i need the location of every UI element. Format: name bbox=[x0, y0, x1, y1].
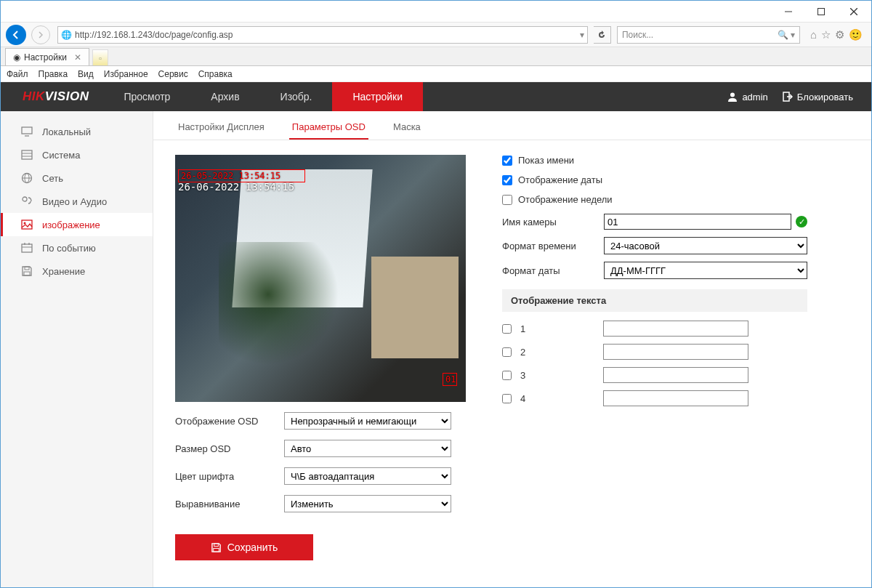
video-preview[interactable]: 26-05-2022 13:54:15 26-06-2022 13:54:15 … bbox=[175, 155, 466, 402]
maximize-button[interactable] bbox=[804, 1, 837, 22]
logo: HIKVISION bbox=[1, 89, 103, 104]
favorites-icon[interactable]: ☆ bbox=[821, 28, 831, 41]
time-format-select[interactable]: 24-часовой bbox=[604, 237, 807, 254]
menu-help[interactable]: Справка bbox=[198, 69, 233, 79]
svg-point-16 bbox=[24, 222, 26, 225]
save-button[interactable]: Сохранить bbox=[175, 534, 313, 560]
text4-checkbox[interactable] bbox=[502, 394, 512, 403]
menu-view[interactable]: Вид bbox=[78, 69, 94, 79]
menu-favorites[interactable]: Избранное bbox=[104, 69, 148, 79]
refresh-button[interactable] bbox=[594, 26, 611, 44]
osd-size-label: Размер OSD bbox=[175, 443, 284, 454]
monitor-icon bbox=[20, 126, 33, 137]
tab-title: Настройки bbox=[24, 52, 67, 63]
svg-rect-17 bbox=[22, 244, 32, 252]
camera-name-input[interactable] bbox=[604, 214, 791, 230]
show-name-label: Показ имени bbox=[518, 155, 574, 166]
text2-checkbox[interactable] bbox=[502, 347, 512, 357]
forward-button[interactable] bbox=[30, 24, 52, 46]
browser-menubar: Файл Правка Вид Избранное Сервис Справка bbox=[1, 66, 871, 82]
main-tab-archive[interactable]: Архив bbox=[190, 82, 259, 111]
minimize-button[interactable] bbox=[772, 1, 804, 22]
sub-tabs: Настройки Дисплея Параметры OSD Маска bbox=[153, 111, 871, 140]
new-tab-button[interactable]: ▫ bbox=[92, 49, 108, 65]
align-select[interactable]: Изменить bbox=[284, 495, 451, 512]
dropdown-icon[interactable]: ▾ bbox=[580, 30, 584, 40]
back-button[interactable] bbox=[5, 24, 27, 46]
sidebar-item-image[interactable]: изображение bbox=[1, 213, 153, 236]
smiley-icon[interactable]: 🙂 bbox=[849, 28, 863, 41]
mic-icon bbox=[20, 196, 33, 207]
svg-point-14 bbox=[23, 197, 27, 201]
close-button[interactable] bbox=[837, 1, 870, 22]
show-week-checkbox[interactable] bbox=[502, 195, 512, 205]
camera-name-label: Имя камеры bbox=[502, 217, 604, 227]
time-format-label: Формат времени bbox=[502, 241, 604, 251]
save-icon bbox=[20, 265, 33, 277]
globe-icon bbox=[20, 172, 33, 184]
browser-navbar: 🌐 http://192.168.1.243/doc/page/config.a… bbox=[1, 23, 871, 47]
main-tab-settings[interactable]: Настройки bbox=[332, 82, 423, 111]
footer-copyright: ©Hikvision Digital Technology Co., Ltd. … bbox=[153, 575, 871, 587]
sidebar-item-local[interactable]: Локальный bbox=[1, 120, 153, 143]
sub-tab-mask[interactable]: Маска bbox=[390, 121, 424, 140]
font-color-select[interactable]: Ч\Б автоадаптация bbox=[284, 467, 451, 485]
osd-size-select[interactable]: Авто bbox=[284, 440, 451, 457]
home-icon[interactable]: ⌂ bbox=[810, 28, 817, 41]
main-tab-image[interactable]: Изобр. bbox=[260, 82, 333, 111]
text3-input[interactable] bbox=[603, 367, 748, 383]
window-titlebar bbox=[1, 1, 871, 23]
globe-icon: 🌐 bbox=[61, 30, 72, 40]
search-bar[interactable]: Поиск... 🔍 ▾ bbox=[617, 26, 800, 44]
sidebar-item-storage[interactable]: Хранение bbox=[1, 259, 153, 283]
user-menu[interactable]: admin bbox=[727, 92, 767, 102]
svg-rect-6 bbox=[22, 127, 32, 134]
show-date-checkbox[interactable] bbox=[502, 175, 512, 185]
sidebar-item-event[interactable]: По событию bbox=[1, 236, 153, 259]
svg-point-4 bbox=[730, 93, 735, 97]
text3-checkbox[interactable] bbox=[502, 371, 512, 380]
search-placeholder: Поиск... bbox=[622, 30, 653, 40]
image-icon bbox=[20, 219, 33, 230]
text1-checkbox[interactable] bbox=[502, 324, 512, 334]
lock-button[interactable]: Блокировать bbox=[783, 92, 853, 102]
sidebar-item-video-audio[interactable]: Видео и Аудио bbox=[1, 190, 153, 213]
svg-rect-21 bbox=[24, 272, 30, 275]
osd-overlay-camera[interactable]: 01 bbox=[443, 373, 457, 386]
check-icon: ✓ bbox=[796, 216, 807, 227]
search-icon[interactable]: 🔍 ▾ bbox=[778, 30, 795, 40]
menu-file[interactable]: Файл bbox=[7, 69, 28, 79]
save-icon bbox=[211, 542, 222, 553]
text4-input[interactable] bbox=[603, 390, 748, 406]
browser-tab[interactable]: ◉ Настройки ✕ bbox=[5, 48, 89, 65]
text1-input[interactable] bbox=[603, 321, 748, 337]
sidebar-item-network[interactable]: Сеть bbox=[1, 166, 153, 190]
main-tab-preview[interactable]: Просмотр bbox=[103, 82, 190, 111]
osd-display-select[interactable]: Непрозрачный и немигающи bbox=[284, 412, 451, 430]
list-icon bbox=[20, 149, 33, 161]
address-bar[interactable]: 🌐 http://192.168.1.243/doc/page/config.a… bbox=[57, 26, 588, 44]
sidebar: Локальный Система Сеть Видео и Аудио изо… bbox=[1, 111, 153, 587]
show-date-label: Отображение даты bbox=[518, 174, 602, 185]
osd-display-label: Отображение OSD bbox=[175, 416, 284, 427]
text2-input[interactable] bbox=[603, 344, 748, 360]
date-format-label: Формат даты bbox=[502, 265, 604, 276]
align-label: Выравнивание bbox=[175, 499, 284, 510]
menu-edit[interactable]: Правка bbox=[39, 69, 68, 79]
tab-close-icon[interactable]: ✕ bbox=[74, 52, 81, 63]
sidebar-item-system[interactable]: Система bbox=[1, 143, 153, 166]
date-format-select[interactable]: ДД-ММ-ГГГГ bbox=[604, 262, 807, 279]
sub-tab-display[interactable]: Настройки Дисплея bbox=[175, 121, 267, 140]
logout-icon bbox=[783, 92, 793, 102]
calendar-icon bbox=[20, 242, 33, 254]
url-text: http://192.168.1.243/doc/page/config.asp bbox=[75, 30, 233, 40]
menu-service[interactable]: Сервис bbox=[158, 69, 188, 79]
browser-tabs: ◉ Настройки ✕ ▫ bbox=[1, 47, 871, 66]
user-icon bbox=[727, 92, 738, 102]
tab-favicon: ◉ bbox=[13, 52, 20, 63]
osd-overlay-date-white: 26-06-2022 13:54:15 bbox=[178, 181, 294, 193]
settings-icon[interactable]: ⚙ bbox=[835, 28, 844, 41]
app-header: HIKVISION Просмотр Архив Изобр. Настройк… bbox=[1, 82, 871, 111]
sub-tab-osd[interactable]: Параметры OSD bbox=[289, 121, 368, 140]
show-name-checkbox[interactable] bbox=[502, 156, 512, 166]
